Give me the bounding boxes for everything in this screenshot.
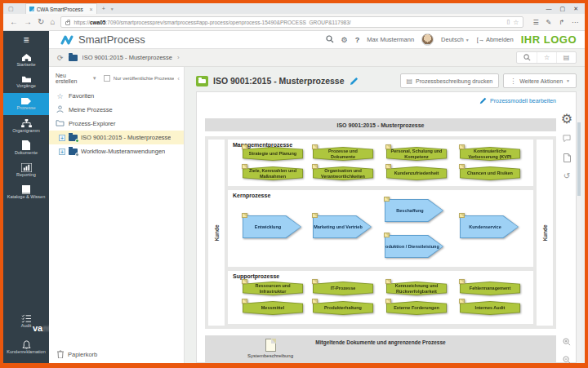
- browser-tab[interactable]: CWA SmartProcess ×: [25, 3, 97, 14]
- app-logo[interactable]: SmartProcess: [60, 33, 145, 46]
- process-box[interactable]: Fehlermanagement: [460, 282, 520, 295]
- breadcrumb[interactable]: ISO 9001:2015 - Musterprozesse: [82, 54, 172, 61]
- tree-item-workflow-musteranwendungen[interactable]: + Workflow-Musteranwendungen: [49, 144, 184, 158]
- trash-item[interactable]: Papierkorb: [49, 350, 184, 358]
- collapse-panel-icon[interactable]: ‹: [177, 75, 180, 82]
- home-icon: [21, 53, 32, 62]
- explorer-item-favoriten[interactable]: ☆ Favoriten: [49, 89, 184, 103]
- app-header: ≡ SmartProcess ⚙ ? Max Mustermann Deutsc…: [3, 31, 585, 49]
- process-group-icon: [196, 76, 208, 86]
- edit-pencil-icon[interactable]: [350, 77, 359, 86]
- tree-item-iso-9001[interactable]: + ISO 9001:2015 - Musterprozesse: [49, 131, 184, 144]
- user-name[interactable]: Max Mustermann: [367, 36, 414, 43]
- process-box[interactable]: Strategie und Planung: [243, 147, 303, 161]
- help-icon[interactable]: ?: [355, 36, 360, 44]
- process-box[interactable]: Ressourcen und Infrastruktur: [243, 282, 303, 295]
- process-box[interactable]: Prozesse und Dokumente: [313, 147, 373, 161]
- avatar[interactable]: [421, 33, 434, 46]
- process-box[interactable]: Produkterhaltung: [313, 301, 373, 315]
- window-minimize-button[interactable]: —: [546, 6, 552, 12]
- kebab-icon: ⋮: [510, 78, 516, 85]
- process-box[interactable]: Personal, Schulung und Kompetenz: [386, 147, 447, 161]
- note-icon: [312, 213, 318, 218]
- explorer-item-meine-prozesse[interactable]: Meine Prozesse: [49, 103, 184, 117]
- sidebar-item-kundenreklamation[interactable]: Kundenreklamation: [3, 336, 49, 358]
- process-box[interactable]: Kontinuierliche Verbesserung (KVP): [460, 147, 520, 161]
- process-box[interactable]: Externe Forderungen: [386, 301, 447, 315]
- book-icon: [21, 185, 31, 194]
- process-box[interactable]: Organisation und Verantwortlichkeiten: [313, 166, 373, 180]
- diagram-settings-gear-icon[interactable]: ⚙: [562, 113, 572, 123]
- address-bar[interactable]: https://cwa05:7090/smartprocessprev/smar…: [60, 16, 523, 28]
- scrollbar-thumb[interactable]: [577, 122, 581, 196]
- sidebar-item-prozesse[interactable]: Prozesse: [3, 93, 49, 115]
- annotate-icon[interactable]: ✎: [546, 19, 552, 26]
- core-process-arrow[interactable]: Produktion / Dienstleistung: [385, 235, 443, 258]
- reading-view-icon[interactable]: ▯: [506, 19, 510, 25]
- home-icon[interactable]: ⌂: [50, 18, 55, 26]
- app-name: SmartProcess: [78, 33, 145, 46]
- logout-button[interactable]: [→ Abmelden: [477, 36, 514, 43]
- sidebar-item-reporting[interactable]: Reporting: [3, 159, 49, 181]
- core-process-arrow[interactable]: Marketing und Vertrieb: [313, 215, 372, 238]
- page-title: ISO 9001:2015 - Musterprozesse: [213, 76, 345, 86]
- core-process-arrow[interactable]: Kundenservice: [460, 215, 519, 238]
- published-only-checkbox[interactable]: [104, 75, 110, 82]
- process-box[interactable]: Kennzeichnung und Rückverfolgbarkeit: [386, 282, 447, 295]
- explorer-item-prozess-explorer[interactable]: Prozess-Explorer: [49, 117, 184, 131]
- expand-plus-icon[interactable]: +: [59, 149, 65, 155]
- process-box[interactable]: Ziele, Kennzahlen und Maßnahmen: [243, 166, 303, 180]
- zoom-in-icon[interactable]: [562, 337, 572, 347]
- search-icon[interactable]: [517, 52, 537, 63]
- document-label[interactable]: Systembeschreibung: [238, 353, 303, 358]
- export-file-icon[interactable]: [562, 153, 572, 162]
- new-tab-icon[interactable]: +: [102, 6, 105, 11]
- hamburger-menu-icon[interactable]: ≡: [3, 31, 49, 49]
- window-close-button[interactable]: ✕: [573, 6, 578, 12]
- process-box[interactable]: Internes Audit: [460, 301, 520, 315]
- sidebar-item-startseite[interactable]: Startseite: [3, 49, 49, 71]
- edit-model-link[interactable]: Prozessmodell bearbeiten: [479, 97, 556, 104]
- process-box[interactable]: Chancen und Risiken: [460, 166, 520, 180]
- window-maximize-button[interactable]: ▢: [560, 6, 566, 12]
- process-box[interactable]: Messmittel: [243, 301, 303, 315]
- back-icon[interactable]: ←: [10, 18, 18, 26]
- language-select[interactable]: Deutsch ▼: [441, 36, 470, 43]
- report-icon[interactable]: ▤: [556, 52, 576, 63]
- tab-list-chevron-icon[interactable]: ▼: [110, 7, 114, 11]
- customer-lane-left: Kunde: [208, 140, 225, 326]
- note-icon: [459, 299, 465, 304]
- search-icon[interactable]: [326, 35, 334, 45]
- sidebar-item-kataloge-wissen[interactable]: Kataloge & Wissen: [3, 181, 49, 203]
- folder-icon: [21, 75, 32, 83]
- refresh-icon[interactable]: ↻: [38, 18, 44, 26]
- sidebar-item-vorgaenge[interactable]: Vorgänge: [3, 71, 49, 93]
- process-box[interactable]: IT-Prozesse: [313, 282, 373, 295]
- comments-icon[interactable]: [562, 133, 572, 143]
- print-description-button[interactable]: ▤ Prozessbeschreibung drucken: [400, 73, 500, 88]
- more-options-icon[interactable]: ⋯: [572, 19, 578, 26]
- history-icon[interactable]: ↺: [562, 171, 572, 180]
- person-icon: [56, 105, 65, 114]
- expand-plus-icon[interactable]: +: [59, 135, 65, 141]
- refresh-breadcrumb-icon[interactable]: ⟳: [57, 54, 64, 62]
- process-box[interactable]: Kundenzufriedenheit: [386, 166, 447, 180]
- settings-gear-icon[interactable]: ⚙: [341, 36, 348, 44]
- favorite-star-icon[interactable]: ☆: [513, 19, 519, 26]
- note-icon: [242, 279, 247, 284]
- vertical-scrollbar[interactable]: [577, 91, 581, 363]
- hub-icon[interactable]: ☰: [532, 19, 538, 26]
- favorite-star-icon[interactable]: ☆: [537, 52, 556, 63]
- zoom-out-icon[interactable]: [562, 355, 572, 365]
- core-process-arrow[interactable]: Entwicklung: [243, 215, 301, 238]
- core-process-arrow[interactable]: Beschaffung: [385, 199, 443, 222]
- sidebar-item-dokumente[interactable]: Dokumente: [3, 137, 49, 159]
- document-icon[interactable]: [265, 339, 276, 352]
- forward-icon[interactable]: →: [24, 18, 32, 26]
- more-actions-button[interactable]: ⋮ Weitere Aktionen ▼: [503, 73, 577, 88]
- sidebar-item-organigramm[interactable]: Organigramm: [3, 115, 49, 137]
- share-icon[interactable]: ↱: [559, 19, 564, 26]
- new-create-button[interactable]: Neu erstellen: [56, 73, 89, 84]
- tab-close-icon[interactable]: ×: [90, 7, 93, 12]
- process-map: Kunde Kunde Managementprozesse Strategie…: [205, 136, 556, 329]
